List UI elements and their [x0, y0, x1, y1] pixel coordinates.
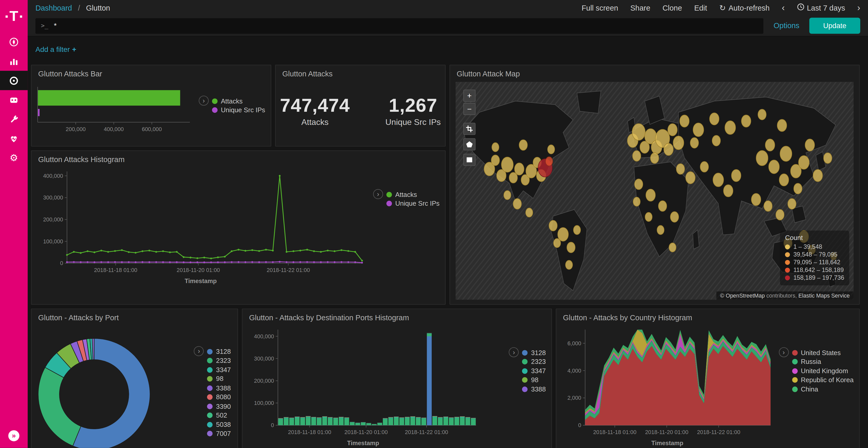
- plus-icon: +: [72, 45, 76, 54]
- kibana-dashboard: T ⚙ » Dashboard / Glutton: [0, 0, 868, 448]
- sidebar-item-dashboard[interactable]: [0, 71, 28, 90]
- openstreetmap-link[interactable]: © OpenStreetMap: [720, 292, 765, 299]
- panel-attacks-bar: Glutton Attacks Bar 200,000400,000600,00…: [31, 65, 271, 146]
- metric-value: 1,267: [385, 95, 441, 116]
- query-input-wrap[interactable]: >_: [35, 18, 764, 34]
- clone-button[interactable]: Clone: [662, 4, 682, 12]
- ports-donut-chart[interactable]: [36, 336, 152, 448]
- metric-label: Attacks: [280, 117, 350, 127]
- attacks-bar-chart[interactable]: 200,000400,000600,000: [37, 83, 195, 137]
- svg-text:6,000: 6,000: [567, 340, 581, 347]
- legend-item[interactable]: 3390: [207, 402, 231, 410]
- legend-item[interactable]: Republic of Korea: [792, 376, 854, 384]
- gear-icon: ⚙: [9, 153, 18, 163]
- ports-histogram-chart[interactable]: 0100,000200,000300,000400,0002018-11-18 …: [247, 325, 479, 439]
- sidebar-item-devtools[interactable]: [0, 109, 28, 129]
- legend-item[interactable]: 3347: [207, 366, 231, 374]
- svg-text:400,000: 400,000: [104, 126, 124, 132]
- metric-value: 747,474: [280, 95, 350, 116]
- legend-item[interactable]: 2323: [522, 358, 546, 366]
- legend-item[interactable]: 5038: [207, 421, 231, 428]
- add-filter-button[interactable]: Add a filter+: [35, 45, 76, 54]
- legend-item[interactable]: 502: [207, 411, 231, 419]
- svg-text:2018-11-22 01:00: 2018-11-22 01:00: [405, 429, 448, 435]
- legend-item[interactable]: 118,642 – 158,189: [785, 267, 844, 273]
- legend-item[interactable]: 8080: [207, 393, 231, 401]
- legend-item[interactable]: Attacks: [212, 97, 265, 105]
- legend-item[interactable]: Unique Src IPs: [386, 200, 440, 207]
- elastic-maps-link[interactable]: Elastic Maps Service: [798, 292, 850, 299]
- query-options-link[interactable]: Options: [774, 22, 800, 30]
- sidebar-collapse-icon[interactable]: »: [8, 430, 20, 441]
- svg-text:400,000: 400,000: [43, 173, 63, 179]
- time-back-button[interactable]: ‹: [782, 3, 784, 12]
- legend-item[interactable]: 2323: [207, 357, 231, 365]
- country-histogram-chart[interactable]: 02,0004,0006,0002018-11-18 01:002018-11-…: [561, 325, 774, 439]
- legend-item[interactable]: United States: [792, 349, 854, 356]
- legend-item[interactable]: 1 – 39,548: [785, 243, 844, 250]
- time-forward-button[interactable]: ›: [858, 3, 860, 12]
- svg-text:600,000: 600,000: [142, 126, 162, 132]
- legend-item[interactable]: 3388: [207, 384, 231, 392]
- panel-attacks-by-port: Glutton - Attacks by Port › 312823233347…: [31, 309, 238, 448]
- legend-item[interactable]: 3128: [522, 349, 546, 356]
- svg-text:2018-11-22 01:00: 2018-11-22 01:00: [697, 429, 740, 435]
- time-range-picker[interactable]: Last 7 days: [797, 3, 845, 12]
- legend-toggle-icon[interactable]: ›: [373, 189, 383, 199]
- svg-text:200,000: 200,000: [43, 216, 63, 223]
- legend-item[interactable]: 79,095 – 118,642: [785, 259, 844, 266]
- rectangle-tool-button[interactable]: [463, 154, 475, 166]
- legend-toggle-icon[interactable]: ›: [194, 346, 204, 356]
- attacks-histogram-chart[interactable]: 0100,000200,000300,000400,0002018-11-18 …: [36, 167, 365, 276]
- svg-text:0: 0: [60, 260, 63, 266]
- panel-attack-map: Glutton Attack Map + −: [450, 65, 860, 305]
- legend-item[interactable]: 158,189 – 197,736: [785, 274, 844, 281]
- legend-item[interactable]: 3388: [522, 385, 546, 393]
- zoom-in-button[interactable]: +: [463, 90, 475, 102]
- query-input[interactable]: [53, 21, 758, 30]
- legend-item[interactable]: United Kingdom: [792, 367, 854, 375]
- sidebar-item-monitoring[interactable]: [0, 129, 28, 148]
- sidebar-item-honeypot[interactable]: [0, 90, 28, 109]
- sidebar-item-discover[interactable]: [0, 32, 28, 51]
- panel-title: Glutton Attack Map: [450, 65, 859, 80]
- legend-item[interactable]: 3128: [207, 348, 231, 355]
- crop-filter-tool-button[interactable]: [463, 123, 475, 135]
- panel-attacks-histogram: Glutton Attacks Histogram 0100,000200,00…: [31, 150, 445, 305]
- legend-item[interactable]: 3347: [522, 367, 546, 375]
- legend-item[interactable]: 7007: [207, 430, 231, 438]
- query-prompt-icon: >_: [41, 22, 48, 29]
- auto-refresh-button[interactable]: ↻ Auto-refresh: [719, 3, 770, 12]
- update-button[interactable]: Update: [809, 18, 860, 34]
- svg-text:0: 0: [578, 422, 581, 428]
- chart-legend: › 3128232333479833888080339050250387007: [194, 346, 233, 448]
- legend-item[interactable]: China: [792, 385, 854, 393]
- t-mobile-logo[interactable]: T: [0, 0, 28, 32]
- svg-text:400,000: 400,000: [254, 334, 274, 340]
- legend-item[interactable]: Russia: [792, 358, 854, 366]
- legend-toggle-icon[interactable]: ›: [779, 347, 789, 357]
- breadcrumb-dashboard-link[interactable]: Dashboard: [35, 4, 72, 12]
- legend-item[interactable]: Attacks: [386, 191, 440, 198]
- sidebar-item-visualize[interactable]: [0, 51, 28, 71]
- fullscreen-button[interactable]: Full screen: [582, 4, 618, 12]
- sidebar-item-management[interactable]: ⚙: [0, 148, 28, 168]
- panel-title: Glutton - Attacks by Country Histogram: [556, 309, 859, 324]
- legend-item[interactable]: Unique Src IPs: [212, 106, 265, 114]
- zoom-out-button[interactable]: −: [463, 103, 475, 115]
- heartbeat-icon: [9, 134, 19, 144]
- top-nav: Dashboard / Glutton Full screen Share Cl…: [28, 0, 868, 15]
- app-sidebar: T ⚙ »: [0, 0, 28, 448]
- polygon-tool-button[interactable]: [463, 138, 475, 150]
- legend-item[interactable]: 98: [207, 375, 231, 383]
- svg-text:300,000: 300,000: [43, 195, 63, 201]
- edit-button[interactable]: Edit: [694, 4, 707, 12]
- breadcrumb: Dashboard / Glutton: [35, 4, 110, 12]
- legend-toggle-icon[interactable]: ›: [199, 96, 209, 106]
- legend-item[interactable]: 98: [522, 376, 546, 384]
- legend-item[interactable]: 39,548 – 79,095: [785, 251, 844, 258]
- share-button[interactable]: Share: [630, 4, 650, 12]
- svg-text:2018-11-18 01:00: 2018-11-18 01:00: [94, 267, 137, 273]
- legend-toggle-icon[interactable]: ›: [509, 347, 519, 357]
- map-count-legend: Count 1 – 39,54839,548 – 79,09579,095 – …: [780, 231, 849, 285]
